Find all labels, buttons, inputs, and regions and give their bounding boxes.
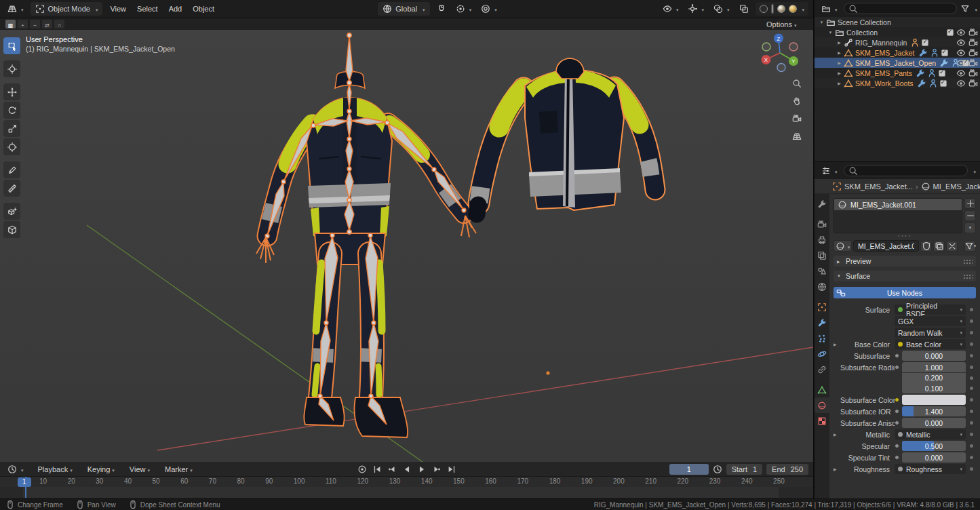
- proportional-editing-toggle[interactable]: [478, 3, 500, 15]
- snapping-dropdown[interactable]: [453, 3, 475, 15]
- render-visibility-icon[interactable]: [968, 68, 978, 78]
- properties-search-input[interactable]: [861, 167, 964, 175]
- surface-panel-header[interactable]: ▼Surface: [834, 271, 976, 281]
- distribution-dropdown[interactable]: GGX: [895, 316, 966, 326]
- gizmos-dropdown[interactable]: [685, 3, 707, 15]
- auto-keyframe-toggle[interactable]: [356, 464, 368, 475]
- timeline-track[interactable]: [0, 487, 813, 498]
- filter-button[interactable]: [964, 241, 976, 252]
- animate-decorator[interactable]: [966, 410, 975, 413]
- menu-playback[interactable]: Playback: [35, 464, 76, 475]
- jump-to-end-button[interactable]: [446, 464, 458, 475]
- render-visibility-icon[interactable]: [968, 58, 978, 68]
- roughness-input[interactable]: Roughness: [895, 464, 966, 474]
- exclude-checkbox[interactable]: [947, 29, 954, 36]
- timeline-editor-type-button[interactable]: [5, 463, 26, 475]
- perspective-toggle[interactable]: [789, 130, 804, 142]
- outliner-row-skm-ems-jacket-open[interactable]: ▶ SKM_EMS_Jacket_Open: [815, 58, 980, 68]
- animate-decorator[interactable]: [966, 387, 975, 390]
- animate-decorator[interactable]: [966, 331, 975, 334]
- pan-control[interactable]: [789, 95, 804, 107]
- select-mode-set[interactable]: [5, 20, 16, 28]
- select-box-tool[interactable]: [3, 37, 20, 54]
- eye-icon[interactable]: [956, 68, 966, 78]
- animate-decorator[interactable]: [966, 421, 975, 425]
- disclosure-icon[interactable]: ▶: [836, 81, 843, 85]
- material-slot-item[interactable]: MI_EMS_Jacket.001: [834, 199, 962, 210]
- expand-icon[interactable]: [834, 467, 840, 471]
- menu-marker[interactable]: Marker: [161, 464, 196, 475]
- measure-tool[interactable]: [3, 180, 20, 197]
- material-specials-menu[interactable]: [964, 222, 976, 233]
- breadcrumb-object[interactable]: SKM_EMS_Jacket...: [844, 182, 913, 191]
- material-name-field[interactable]: [853, 240, 919, 252]
- tab-scene[interactable]: [815, 263, 829, 279]
- select-mode-invert[interactable]: [42, 20, 52, 28]
- preview-panel-header[interactable]: ▶Preview: [834, 256, 976, 267]
- options-dropdown[interactable]: Options: [766, 18, 796, 30]
- tab-object[interactable]: [815, 299, 829, 315]
- frame-end-field[interactable]: End 250: [766, 464, 808, 475]
- tab-object-data[interactable]: [815, 382, 829, 397]
- next-keyframe-button[interactable]: [431, 464, 443, 475]
- subsurface-method-dropdown[interactable]: Random Walk: [895, 328, 966, 338]
- shading-solid-button[interactable]: [771, 4, 774, 14]
- outliner-editor-type-button[interactable]: [819, 3, 840, 15]
- eye-icon[interactable]: [956, 28, 966, 37]
- tab-constraints[interactable]: [815, 361, 829, 377]
- overlays-dropdown[interactable]: [711, 3, 732, 15]
- play-reverse-button[interactable]: [401, 464, 413, 475]
- menu-keying[interactable]: Keying: [84, 464, 118, 475]
- disclosure-icon[interactable]: ▶: [836, 40, 843, 45]
- expand-icon[interactable]: [834, 432, 840, 437]
- surface-shader-dropdown[interactable]: Principled BSDF: [895, 305, 966, 315]
- tab-physics[interactable]: [815, 346, 829, 361]
- previous-keyframe-button[interactable]: [386, 464, 398, 475]
- expand-icon[interactable]: [834, 342, 840, 347]
- selectability-checkbox[interactable]: [941, 50, 948, 56]
- breadcrumb-material[interactable]: MI_EMS_Jacke...: [933, 182, 980, 191]
- subsurface-radius-y[interactable]: 0.200: [902, 373, 966, 383]
- tab-output[interactable]: [815, 232, 829, 248]
- animate-decorator[interactable]: [966, 433, 975, 436]
- render-visibility-icon[interactable]: [968, 38, 978, 47]
- filter-icon[interactable]: [960, 4, 970, 14]
- playhead-frame-badge[interactable]: 1: [18, 477, 31, 487]
- animate-decorator[interactable]: [966, 366, 975, 369]
- viewport-canvas[interactable]: [0, 30, 813, 462]
- outliner-row-collection[interactable]: ▼ Collection: [815, 27, 980, 37]
- camera-view-control[interactable]: [789, 113, 804, 125]
- animate-decorator[interactable]: [966, 319, 975, 323]
- tab-world[interactable]: [815, 279, 829, 294]
- outliner-search-input[interactable]: [861, 5, 952, 13]
- subsurface-anisotropy-slider[interactable]: 0.000: [902, 418, 966, 428]
- outliner-row-rig-mannequin[interactable]: ▶ RIG_Mannequin: [815, 37, 980, 47]
- tab-view-layer[interactable]: [815, 248, 829, 263]
- move-tool[interactable]: [3, 83, 20, 100]
- render-visibility-icon[interactable]: [968, 28, 978, 37]
- animate-decorator[interactable]: [966, 456, 975, 459]
- transform-tool[interactable]: [3, 138, 20, 155]
- outliner-row-skm-ems-pants[interactable]: ▶ SKM_EMS_Pants: [815, 68, 980, 78]
- menu-object[interactable]: Object: [189, 3, 218, 14]
- metallic-input[interactable]: Metallic: [895, 429, 966, 439]
- disclosure-icon[interactable]: ▶: [836, 71, 843, 75]
- scale-tool[interactable]: [3, 120, 20, 137]
- mode-dropdown[interactable]: Object Mode: [31, 2, 103, 16]
- shading-wireframe-button[interactable]: [760, 5, 768, 13]
- animate-decorator[interactable]: [966, 354, 975, 357]
- eye-icon[interactable]: [956, 38, 966, 47]
- cursor-tool[interactable]: [3, 60, 20, 77]
- selectability-checkbox[interactable]: [939, 70, 945, 77]
- disclosure-icon[interactable]: ▼: [818, 20, 825, 24]
- select-mode-intersect[interactable]: [54, 20, 64, 28]
- animate-decorator[interactable]: [966, 342, 975, 346]
- eye-icon[interactable]: [956, 79, 966, 88]
- shading-rendered-button[interactable]: [789, 5, 797, 13]
- browse-material-button[interactable]: [834, 240, 852, 252]
- disclosure-icon[interactable]: ▶: [836, 60, 843, 65]
- annotate-tool[interactable]: [3, 161, 20, 178]
- animate-decorator[interactable]: [966, 467, 975, 471]
- xray-toggle[interactable]: [737, 3, 751, 15]
- frame-start-field[interactable]: Start 1: [726, 464, 762, 475]
